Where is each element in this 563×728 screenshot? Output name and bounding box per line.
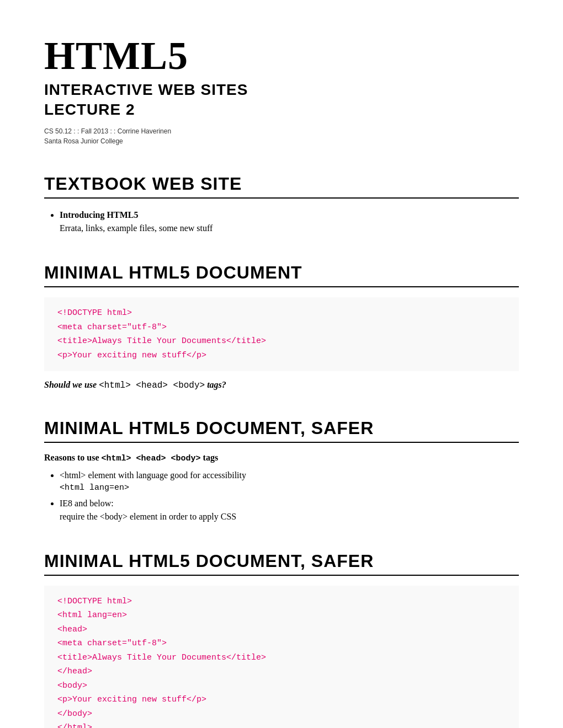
section-minimal2: MINIMAL HTML5 DOCUMENT, SAFER Reasons to… [44,418,519,523]
code-line: <body> [57,679,506,693]
code-block-minimal3: <!DOCTYPE html> <html lang=en> <head> <m… [44,586,519,729]
subtitle1: INTERACTIVE WEB SITES [44,81,519,99]
code-line: <title>Always Title Your Documents</titl… [57,334,506,349]
bullet-sub: require the <body> element in order to a… [60,510,519,523]
course-info: CS 50.12 : : Fall 2013 : : Corrine Haver… [44,126,519,146]
code-line: </body> [57,707,506,721]
list-item: Introducing HTML5 Errata, links, example… [60,208,519,235]
main-title: HTML5 [44,33,519,79]
code-line: <meta charset="utf-8"> [57,636,506,651]
section-title-textbook: TEXTBOOK WEB SITE [44,174,519,199]
list-item: <html> element with language good for ac… [60,469,519,495]
bullet-sub: Errata, links, example files, some new s… [60,222,519,235]
course-line2: Santa Rosa Junior College [44,136,519,146]
code-line: </html> [57,721,506,728]
code-line: <head> [57,623,506,637]
code-line: <title>Always Title Your Documents</titl… [57,651,506,665]
code-line: <!DOCTYPE html> [57,306,506,320]
bullet-bold: Introducing HTML5 [60,210,138,220]
list-item: IE8 and below: require the <body> elemen… [60,497,519,523]
code-line: <!DOCTYPE html> [57,595,506,609]
subtitle2: LECTURE 2 [44,101,519,119]
code-line: <html lang=en> [57,608,506,623]
section-title-minimal1: MINIMAL HTML5 DOCUMENT [44,263,519,287]
textbook-bullet-list: Introducing HTML5 Errata, links, example… [60,208,519,235]
code-line: </head> [57,665,506,679]
code-line: <meta charset="utf-8"> [57,320,506,335]
reasons-title: Reasons to use <html> <head> <body> tags [44,453,519,463]
code-line: <p>Your exciting new stuff</p> [57,693,506,707]
bullet-text: <html> element with language good for ac… [60,470,246,480]
reasons-bullet-list: <html> element with language good for ac… [60,469,519,523]
section-minimal3: MINIMAL HTML5 DOCUMENT, SAFER <!DOCTYPE … [44,551,519,729]
question-line: Should we use <html> <head> <body> tags? [44,380,519,390]
section-title-minimal2: MINIMAL HTML5 DOCUMENT, SAFER [44,418,519,443]
code-block-minimal1: <!DOCTYPE html> <meta charset="utf-8"> <… [44,297,519,371]
section-title-minimal3: MINIMAL HTML5 DOCUMENT, SAFER [44,551,519,576]
section-textbook: TEXTBOOK WEB SITE Introducing HTML5 Erra… [44,174,519,235]
section-minimal1: MINIMAL HTML5 DOCUMENT <!DOCTYPE html> <… [44,263,519,390]
course-line1: CS 50.12 : : Fall 2013 : : Corrine Haver… [44,126,519,136]
code-line: <p>Your exciting new stuff</p> [57,349,506,363]
page-header: HTML5 INTERACTIVE WEB SITES LECTURE 2 CS… [44,33,519,146]
bullet-text: IE8 and below: [60,499,114,508]
bullet-sub: <html lang=en> [60,482,519,495]
